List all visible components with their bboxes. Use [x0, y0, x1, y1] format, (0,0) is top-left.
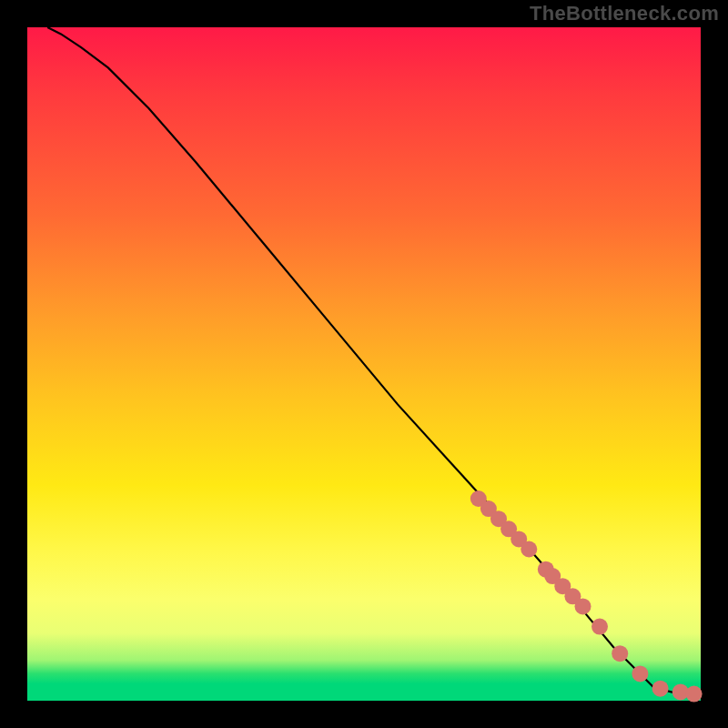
watermark-text: TheBottleneck.com [530, 2, 719, 25]
marker-point [686, 686, 703, 703]
marker-point [592, 619, 608, 635]
chart-frame: TheBottleneck.com [0, 0, 728, 728]
curve-svg [27, 27, 701, 701]
marker-point [652, 681, 669, 697]
plot-area [27, 27, 701, 701]
marker-point [575, 598, 592, 614]
marker-point [612, 645, 628, 662]
marker-point [632, 665, 648, 682]
highlight-markers [470, 490, 703, 703]
bottleneck-curve [47, 27, 693, 694]
marker-point [521, 541, 537, 558]
